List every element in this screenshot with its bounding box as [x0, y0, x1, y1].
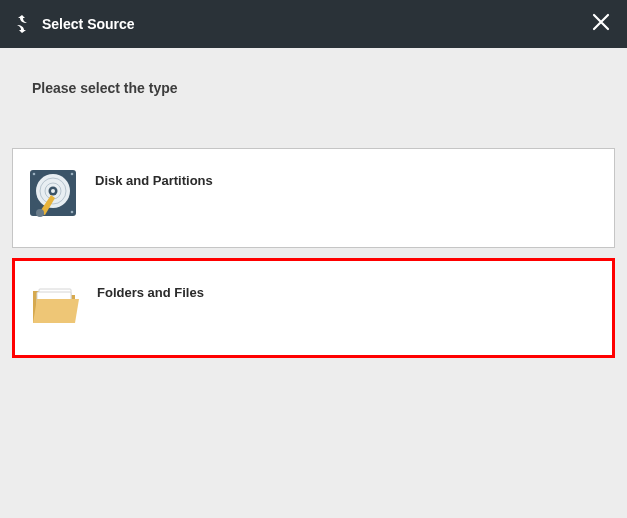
folder-icon: [27, 277, 83, 333]
option-folders-files[interactable]: Folders and Files: [12, 258, 615, 358]
close-button[interactable]: [587, 10, 615, 38]
titlebar-title: Select Source: [42, 16, 135, 32]
svg-point-8: [71, 173, 74, 176]
close-icon: [592, 13, 610, 35]
svg-point-6: [36, 209, 44, 217]
options-list: Disk and Partitions Folders and Files: [0, 120, 627, 358]
prompt-text: Please select the type: [0, 48, 627, 120]
titlebar-left: Select Source: [12, 14, 135, 34]
svg-point-9: [71, 211, 74, 214]
svg-point-5: [51, 189, 55, 193]
svg-point-7: [33, 173, 36, 176]
option-disk-partitions[interactable]: Disk and Partitions: [12, 148, 615, 248]
option-label: Disk and Partitions: [95, 165, 213, 188]
option-label: Folders and Files: [97, 277, 204, 300]
disk-icon: [25, 165, 81, 221]
app-logo-icon: [12, 14, 32, 34]
titlebar: Select Source: [0, 0, 627, 48]
